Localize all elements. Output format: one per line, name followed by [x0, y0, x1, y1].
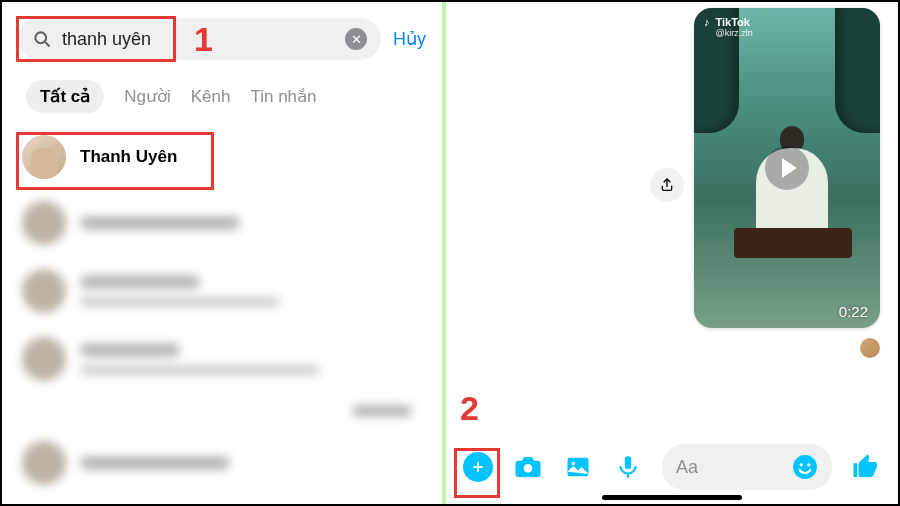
list-item [2, 429, 442, 497]
search-panel: ✕ Hủy Tất cả Người Kênh Tin nhắn Thanh U… [2, 2, 442, 504]
svg-point-4 [524, 464, 533, 473]
search-input[interactable] [62, 29, 335, 50]
video-message[interactable]: ♪ TikTok @kirz.zln 0:22 [694, 8, 880, 328]
svg-point-6 [572, 462, 576, 466]
result-name-label: Thanh Uyên [80, 147, 177, 167]
camera-button[interactable] [512, 451, 544, 483]
message-composer: Aa [446, 436, 898, 504]
svg-point-0 [35, 32, 46, 43]
home-indicator [602, 495, 742, 500]
cancel-search-link[interactable]: Hủy [393, 28, 426, 50]
share-button[interactable] [650, 168, 684, 202]
search-result-thanh-uyen[interactable]: Thanh Uyên [2, 125, 442, 189]
plus-icon [470, 459, 486, 475]
like-button[interactable] [850, 451, 882, 483]
video-duration-label: 0:22 [839, 303, 868, 320]
list-item [2, 393, 442, 429]
list-item [2, 325, 442, 393]
video-platform-label: TikTok [716, 16, 753, 28]
search-tabs: Tất cả Người Kênh Tin nhắn [2, 68, 442, 125]
tab-channels[interactable]: Kênh [191, 87, 231, 107]
search-box[interactable]: ✕ [18, 18, 381, 60]
svg-rect-7 [625, 456, 632, 469]
list-item [2, 189, 442, 257]
play-button[interactable] [765, 146, 809, 190]
message-input[interactable]: Aa [662, 444, 832, 490]
tab-messages[interactable]: Tin nhắn [250, 86, 316, 107]
share-icon [659, 177, 675, 193]
microphone-icon [615, 454, 641, 480]
image-icon [564, 453, 592, 481]
chat-panel: ♪ TikTok @kirz.zln 0:22 [446, 2, 898, 504]
tiktok-logo-icon: ♪ [704, 16, 710, 38]
svg-line-1 [45, 42, 49, 46]
more-actions-button[interactable] [462, 451, 494, 483]
search-icon [32, 29, 52, 49]
video-handle-label: @kirz.zln [716, 28, 753, 38]
play-icon [782, 158, 797, 178]
svg-point-10 [800, 463, 803, 466]
svg-point-9 [793, 455, 817, 479]
tab-people[interactable]: Người [124, 86, 171, 107]
message-placeholder: Aa [676, 457, 698, 478]
seen-avatar [860, 338, 880, 358]
gallery-button[interactable] [562, 451, 594, 483]
list-item [2, 257, 442, 325]
svg-point-11 [807, 463, 810, 466]
thumbs-up-icon [851, 452, 881, 482]
voice-button[interactable] [612, 451, 644, 483]
emoji-icon[interactable] [792, 454, 818, 480]
clear-search-button[interactable]: ✕ [345, 28, 367, 50]
camera-icon [513, 452, 543, 482]
tab-all[interactable]: Tất cả [26, 80, 104, 113]
avatar [22, 135, 66, 179]
